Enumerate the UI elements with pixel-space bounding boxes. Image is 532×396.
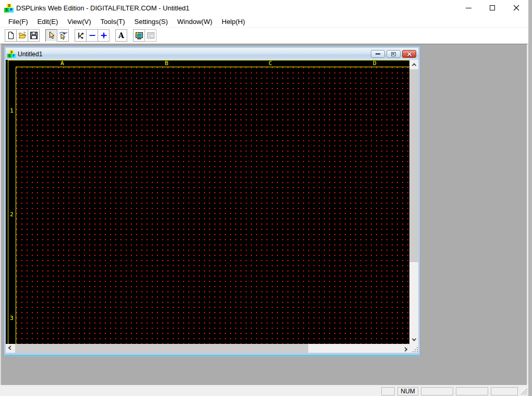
document-minimize-button[interactable]	[371, 50, 385, 58]
new-file-button[interactable]	[5, 29, 17, 42]
vertical-scrollbar-thumb[interactable]	[409, 69, 418, 262]
chevron-left-icon	[8, 345, 12, 350]
toolbar-separator	[69, 35, 75, 36]
row-label-1: 1	[10, 108, 14, 114]
document-icon-letter-s: S	[7, 54, 11, 58]
edit-wire-tool-button[interactable]	[57, 29, 69, 42]
scroll-left-button[interactable]	[6, 344, 15, 353]
maximize-icon	[490, 5, 495, 10]
toolbar: A	[0, 28, 528, 44]
scroll-down-button[interactable]	[409, 335, 418, 344]
document-close-button[interactable]	[402, 50, 416, 58]
menu-window[interactable]: Window(W)	[173, 17, 217, 27]
horizontal-scrollbar[interactable]	[6, 344, 409, 353]
waveform-viewer-button	[144, 29, 156, 42]
caption-buttons	[456, 0, 528, 16]
wire-tool-button[interactable]	[75, 29, 87, 42]
mdi-client-area: D S P Untitled1	[0, 44, 528, 385]
select-cursor-icon	[47, 31, 56, 40]
row-label-2: 2	[10, 212, 14, 218]
chevron-up-icon	[412, 63, 416, 67]
statusbar-pane-empty-2	[421, 387, 453, 395]
text-tool-button[interactable]: A	[115, 29, 127, 42]
document-restore-button[interactable]	[386, 50, 401, 58]
new-file-icon	[7, 31, 15, 40]
run-simulation-button[interactable]	[133, 29, 145, 42]
document-window: D S P Untitled1	[4, 46, 420, 355]
menubar: File(F) Edit(E) View(V) Tools(T) Setting…	[0, 16, 528, 28]
edit-wire-cursor-icon	[58, 31, 68, 40]
minimize-button[interactable]	[456, 0, 480, 16]
document-resize-grip[interactable]	[409, 344, 418, 353]
app-icon: D S P	[4, 4, 13, 13]
window-resize-grip[interactable]	[521, 387, 528, 395]
menu-tools[interactable]: Tools(T)	[96, 17, 130, 27]
schematic-canvas[interactable]: A B C D 1 2 3	[6, 60, 409, 344]
column-label-a: A	[61, 60, 64, 67]
app-icon-letter-p: P	[9, 8, 14, 13]
line-tool-icon	[88, 31, 96, 40]
document-titlebar[interactable]: D S P Untitled1	[6, 48, 418, 60]
wire-tool-icon	[77, 31, 85, 40]
select-tool-button[interactable]	[45, 29, 57, 42]
document-close-icon	[407, 52, 412, 56]
vertical-scrollbar[interactable]	[409, 60, 418, 344]
statusbar-pane-empty-3	[456, 387, 488, 395]
scroll-right-button[interactable]	[401, 344, 409, 353]
document-caption-buttons	[371, 50, 416, 58]
menu-help[interactable]: Help(H)	[217, 17, 250, 27]
row-label-3: 3	[10, 315, 14, 321]
document-title: Untitled1	[18, 51, 42, 58]
toolbar-separator	[127, 35, 133, 36]
line-tool-button[interactable]	[86, 29, 98, 42]
text-tool-icon: A	[118, 32, 124, 39]
close-button[interactable]	[504, 0, 528, 16]
statusbar-grip-icon	[521, 387, 528, 395]
minimize-icon	[466, 8, 471, 8]
window-title: DSPLinks Web Edition - DIGITALFILTER.COM…	[16, 4, 189, 12]
node-tool-button[interactable]	[98, 29, 110, 42]
horizontal-scrollbar-thumb[interactable]	[15, 344, 308, 353]
document-content: A B C D 1 2 3	[6, 60, 418, 353]
run-monitor-icon	[135, 31, 144, 40]
resize-grip-icon	[413, 347, 418, 353]
save-file-button[interactable]	[28, 29, 40, 42]
column-label-c: C	[269, 60, 272, 67]
node-tool-icon	[100, 31, 108, 40]
statusbar: NUM	[0, 386, 528, 396]
statusbar-num-indicator: NUM	[397, 387, 418, 395]
document-icon-letter-p: P	[11, 54, 16, 58]
column-label-d: D	[373, 60, 377, 67]
app-icon-letter-s: S	[4, 8, 9, 13]
column-label-b: B	[165, 60, 168, 67]
menu-edit[interactable]: Edit(E)	[33, 17, 63, 27]
open-file-button[interactable]	[16, 29, 28, 42]
waveform-monitor-icon-disabled	[146, 31, 155, 40]
chevron-down-icon	[412, 337, 416, 341]
document-restore-icon	[391, 52, 396, 56]
document-icon: D S P	[7, 50, 15, 58]
titlebar: D S P DSPLinks Web Edition - DIGITALFILT…	[0, 0, 528, 16]
menu-view[interactable]: View(V)	[63, 17, 95, 27]
menu-file[interactable]: File(F)	[4, 17, 33, 27]
maximize-button[interactable]	[480, 0, 504, 16]
canvas-grid-region[interactable]	[16, 67, 409, 344]
toolbar-separator	[110, 35, 115, 36]
open-folder-icon	[18, 31, 27, 40]
statusbar-pane-empty-4	[491, 387, 518, 395]
toolbar-separator	[40, 35, 45, 36]
app-window: D S P DSPLinks Web Edition - DIGITALFILT…	[0, 0, 528, 396]
chevron-right-icon	[403, 347, 407, 351]
menu-settings[interactable]: Settings(S)	[130, 17, 173, 27]
save-floppy-icon	[30, 31, 38, 40]
statusbar-pane-empty-1	[381, 387, 395, 395]
scroll-up-button[interactable]	[409, 60, 418, 69]
document-minimize-icon	[376, 53, 380, 55]
close-icon	[513, 5, 519, 11]
